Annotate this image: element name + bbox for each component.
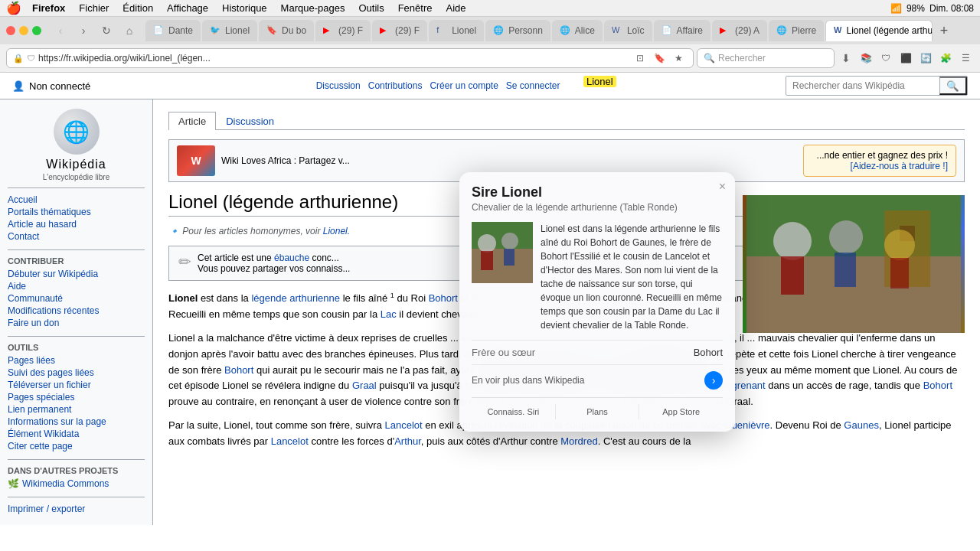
wiki-search[interactable]: 🔍 [786,76,968,96]
star-icon[interactable]: ★ [670,50,687,67]
sidebar-wikimedia[interactable]: 🌿 Wikimedia Commons [8,478,145,489]
tab-dante[interactable]: 📄 Dante [145,20,201,41]
menu-marque-pages[interactable]: Marque-pages [275,0,351,17]
menu-aide[interactable]: Aide [439,0,472,17]
forward-button[interactable]: › [74,21,93,40]
menu-fichier[interactable]: Fichier [73,0,115,17]
link-arthur[interactable]: Arthur [394,435,421,447]
siri-connaiss-button[interactable]: Connaiss. Siri [472,404,556,419]
link-legende[interactable]: légende arthurienne [251,292,340,304]
link-dame-lac1[interactable]: Lac [381,308,397,320]
link-bohort2[interactable]: Bohort [224,364,253,376]
link-mordred[interactable]: Mordred [560,435,597,447]
menu-button[interactable]: ☰ [957,50,974,67]
link-gaunes[interactable]: Gaunes [844,419,879,431]
wikimedia-label: Wikimedia Commons [22,478,109,489]
sidebar-informations[interactable]: Informations sur la page [8,416,145,427]
tab-discussion[interactable]: Discussion [216,112,284,130]
link-graal2[interactable]: Graal [352,380,377,391]
menu-edition[interactable]: Édition [116,0,159,17]
tab-loic[interactable]: W Loïc [604,20,652,41]
link-bohort3[interactable]: Bohort [923,380,952,391]
siri-close-button[interactable]: × [719,180,726,194]
home-button[interactable]: ⌂ [119,21,139,40]
back-button[interactable]: ‹ [51,21,70,40]
tab-label-wiki-active: Lionel (légende arthurienne) [846,25,933,36]
tab-label-affaire: Affaire [677,25,703,36]
sync-icon[interactable]: 🔄 [917,50,934,67]
maximize-window-button[interactable] [32,26,41,35]
print-export-link[interactable]: Imprimer / exporter [8,504,145,514]
tab-lionel-fb[interactable]: f Lionel [429,20,484,41]
tab-yt2[interactable]: ▶ (29) F [372,20,427,41]
container-icon[interactable]: ⬛ [897,50,914,67]
sidebar-don[interactable]: Faire un don [8,318,145,328]
discussion-link[interactable]: Discussion [316,80,361,91]
tab-personn[interactable]: 🌐 Personn [485,20,550,41]
link-lancelot3[interactable]: Lancelot [271,435,309,447]
reader-mode-button[interactable]: ⊡ [632,50,648,67]
extensions-icon[interactable]: 🧩 [937,50,954,67]
close-window-button[interactable] [6,26,15,35]
sidebar-suivi[interactable]: Suivi des pages liées [8,367,145,378]
menu-firefox[interactable]: Firefox [26,0,71,17]
sidebar-item-contact[interactable]: Contact [8,231,145,242]
tab-pierre[interactable]: 🌐 Pierre [769,20,824,41]
menu-fenetre[interactable]: Fenêtre [392,0,439,17]
sidebar-aide[interactable]: Aide [8,281,145,292]
sidebar-item-hasard[interactable]: Article au hasard [8,219,145,230]
sidebar-televerser[interactable]: Téléverser un fichier [8,380,145,390]
sidebar-pages-speciales[interactable]: Pages spéciales [8,392,145,403]
search-icon: 🔍 [704,53,715,64]
sidebar-communaute[interactable]: Communauté [8,293,145,304]
bookmarks-icon[interactable]: 📚 [858,50,874,67]
sidebar-citer[interactable]: Citer cette page [8,441,145,452]
notice-link-ebauche[interactable]: ébauche [274,253,309,263]
url-input[interactable]: 🔒 🛡 https://fr.wikipedia.org/wiki/Lionel… [6,48,694,68]
new-tab-button[interactable]: + [934,21,954,41]
sidebar-wikidata[interactable]: Élément Wikidata [8,429,145,439]
browser-search-bar[interactable]: 🔍 Rechercher [697,48,835,68]
svg-point-8 [884,230,915,260]
shield-check-icon[interactable]: 🛡 [877,50,894,67]
siri-more-button[interactable]: › [704,371,723,390]
tab-yt3[interactable]: ▶ (29) A [712,20,767,41]
menu-outils[interactable]: Outils [352,0,390,17]
menu-historique[interactable]: Historique [216,0,273,17]
tab-lionel-wiki[interactable]: W Lionel (légende arthurienne) ✕ [825,20,933,41]
sidebar-debuter[interactable]: Débuter sur Wikipédia [8,269,145,279]
login-link[interactable]: Se connecter [506,80,560,91]
hatnote-link[interactable]: Lionel. [323,226,350,236]
sidebar-pages-liees[interactable]: Pages liées [8,355,145,366]
siri-plans-button[interactable]: Plans [556,404,640,419]
link-bohort1[interactable]: Bohort [429,292,458,304]
link-lancelot2[interactable]: Lancelot [385,419,423,431]
minimize-window-button[interactable] [19,26,28,35]
sidebar-item-accueil[interactable]: Accueil [8,194,145,205]
sidebar-lien-permanent[interactable]: Lien permanent [8,404,145,415]
contributions-link[interactable]: Contributions [368,80,423,91]
sidebar-item-portails[interactable]: Portails thématiques [8,207,145,217]
siri-appstore-button[interactable]: App Store [639,404,723,419]
wiki-logo-subtitle: L'encyclopédie libre [8,173,145,181]
tab-yt1[interactable]: ▶ (29) F [315,20,371,41]
wiki-logo: 🌐 Wikipédia L'encyclopédie libre [8,109,145,181]
menu-affichage[interactable]: Affichage [161,0,214,17]
svg-point-6 [829,220,863,254]
download-icon[interactable]: ⬇ [838,50,854,67]
notice-icon: ✏ [178,253,191,271]
apple-menu[interactable]: 🍎 [6,1,21,15]
tab-alice[interactable]: 🌐 Alice [552,20,603,41]
translate-link[interactable]: [Aidez-nous à traduire !] [851,161,948,171]
tab-du-bo[interactable]: 🔖 Du bo [259,20,314,41]
create-account-link[interactable]: Créer un compte [430,80,498,91]
reload-button[interactable]: ↻ [96,21,116,40]
sidebar-tools: Outils Pages liées Suivi des pages liées… [8,343,145,452]
wiki-search-button[interactable]: 🔍 [939,77,967,95]
tab-article[interactable]: Article [168,112,216,130]
sidebar-modifications[interactable]: Modifications récentes [8,305,145,316]
tab-lionel-twitter[interactable]: 🐦 Lionel [202,20,257,41]
wiki-search-input[interactable] [786,80,939,91]
tab-affaire[interactable]: 📄 Affaire [654,20,710,41]
bookmark-icon[interactable]: 🔖 [651,50,668,67]
